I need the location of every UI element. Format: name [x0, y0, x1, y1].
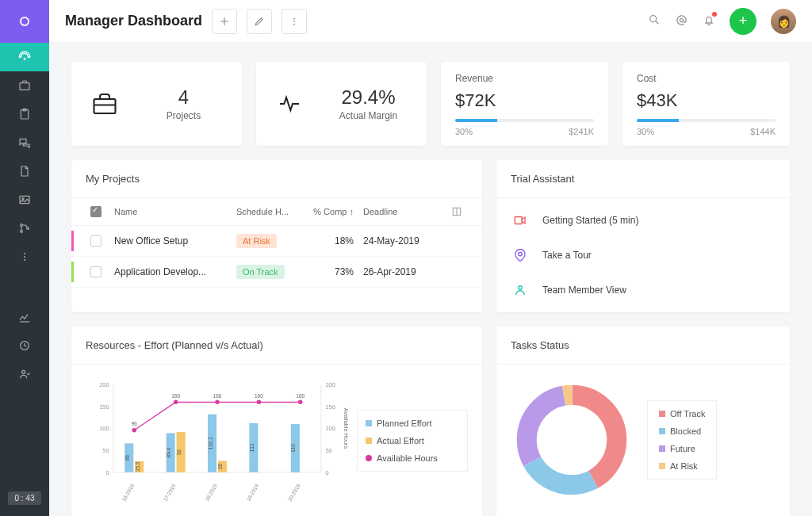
nav-file[interactable]	[0, 157, 49, 185]
video-icon	[512, 213, 528, 227]
svg-text:17-2019: 17-2019	[163, 483, 177, 502]
svg-text:89.4: 89.4	[166, 447, 171, 457]
svg-rect-2	[20, 83, 29, 90]
cost-progress	[637, 119, 776, 122]
projects-panel-title: My Projects	[71, 160, 482, 198]
nav-time[interactable]	[0, 331, 49, 360]
svg-point-8	[21, 231, 23, 233]
nav-image[interactable]	[0, 185, 49, 214]
svg-point-62	[174, 400, 178, 405]
table-row[interactable]: Application Develop... On Track 73% 26-A…	[71, 257, 482, 288]
svg-rect-20	[94, 99, 116, 113]
nav-projects[interactable]	[0, 71, 49, 100]
columns-icon[interactable]	[442, 206, 471, 217]
assistant-item[interactable]: Take a Tour	[496, 238, 790, 273]
svg-point-68	[298, 400, 303, 405]
mention-icon[interactable]	[675, 13, 688, 29]
svg-text:160: 160	[255, 393, 263, 399]
projects-count-card: 4 Projects	[71, 62, 242, 146]
legend-item: At Risk	[659, 461, 705, 471]
global-add-button[interactable]: +	[730, 8, 756, 35]
table-row[interactable]: New Office Setup At Risk 18% 24-May-2019	[71, 226, 482, 257]
svg-text:100: 100	[325, 425, 335, 432]
svg-text:66: 66	[124, 455, 130, 461]
user-icon	[512, 283, 528, 297]
svg-rect-22	[515, 217, 522, 224]
svg-point-10	[24, 253, 25, 254]
project-deadline: 24-May-2019	[363, 235, 442, 247]
edit-button[interactable]	[247, 9, 272, 34]
nav-user[interactable]	[0, 360, 49, 388]
projects-label: Projects	[141, 110, 226, 121]
svg-text:19-2019: 19-2019	[245, 483, 259, 502]
logo[interactable]	[0, 0, 49, 43]
assistant-label: Take a Tour	[542, 250, 592, 261]
pulse-icon	[272, 91, 307, 117]
svg-text:20-2019: 20-2019	[287, 483, 301, 502]
legend-item: Off Track	[659, 409, 705, 419]
notification-icon[interactable]	[703, 13, 715, 29]
col-deadline[interactable]: Deadline	[363, 207, 442, 216]
svg-text:160: 160	[171, 393, 180, 399]
row-checkbox[interactable]	[90, 235, 102, 247]
nav-chat[interactable]	[0, 128, 49, 157]
svg-text:92: 92	[176, 449, 182, 455]
assistant-item[interactable]: Team Member View	[496, 273, 790, 308]
search-icon[interactable]	[648, 13, 661, 29]
col-name[interactable]: Name	[109, 207, 236, 216]
select-all-checkbox[interactable]	[90, 206, 102, 217]
cost-total: $144K	[750, 127, 776, 136]
assistant-label: Getting Started (5 min)	[542, 215, 638, 226]
timer-badge[interactable]: 0 : 43	[8, 491, 40, 505]
col-schedule[interactable]: Schedule H...	[236, 207, 308, 216]
svg-point-73	[527, 395, 617, 485]
user-avatar[interactable]: 👩	[771, 9, 796, 34]
briefcase-icon	[87, 90, 122, 118]
projects-count: 4	[141, 86, 226, 109]
status-badge: At Risk	[236, 234, 277, 248]
assistant-item[interactable]: Getting Started (5 min)	[496, 203, 790, 238]
svg-text:50: 50	[325, 447, 331, 454]
assistant-panel: Trial Assistant Getting Started (5 min) …	[496, 160, 790, 312]
projects-panel: My Projects Name Schedule H... % Comp ↑ …	[71, 160, 482, 312]
svg-text:Available Hours: Available Hours	[343, 408, 349, 449]
svg-point-64	[215, 400, 220, 405]
svg-text:132.2: 132.2	[208, 437, 213, 450]
svg-text:112: 112	[249, 443, 255, 452]
svg-text:150: 150	[325, 403, 335, 411]
revenue-total: $241K	[569, 127, 594, 136]
resources-legend: Planned Effort Actual Effort Available H…	[357, 410, 468, 472]
row-checkbox[interactable]	[90, 266, 102, 277]
more-options-button[interactable]	[282, 9, 307, 34]
project-name: Application Develop...	[109, 266, 236, 277]
add-page-button[interactable]	[212, 9, 237, 34]
legend-item: Future	[659, 444, 705, 453]
nav-more[interactable]	[0, 243, 49, 271]
svg-point-15	[293, 17, 295, 19]
sidebar: 0 : 43	[0, 0, 49, 516]
tasks-donut	[512, 380, 631, 499]
svg-text:150: 150	[99, 403, 109, 411]
page-title: Manager Dashboard	[65, 13, 202, 29]
svg-point-9	[27, 227, 29, 230]
svg-text:25.5: 25.5	[135, 461, 140, 472]
svg-text:100: 100	[99, 425, 109, 432]
svg-point-18	[650, 16, 657, 22]
nav-clipboard[interactable]	[0, 100, 49, 128]
svg-point-7	[21, 224, 23, 227]
svg-text:18-2019: 18-2019	[204, 483, 218, 502]
col-comp[interactable]: % Comp ↑	[308, 207, 363, 216]
nav-git[interactable]	[0, 214, 49, 243]
project-comp: 73%	[308, 266, 363, 277]
assistant-label: Team Member View	[542, 285, 626, 296]
tasks-status-panel: Tasks Status Off TrackBlockedFutureAt Ri…	[496, 327, 790, 516]
svg-text:160: 160	[296, 393, 304, 399]
project-name: New Office Setup	[109, 235, 236, 247]
svg-text:110: 110	[290, 444, 296, 453]
status-badge: On Track	[236, 265, 285, 279]
tasks-legend: Off TrackBlockedFutureAt Risk	[647, 400, 717, 480]
nav-dashboard[interactable]	[0, 43, 49, 71]
margin-label: Actual Margin	[326, 110, 411, 121]
legend-item: Blocked	[659, 426, 705, 436]
nav-analytics[interactable]	[0, 303, 49, 331]
